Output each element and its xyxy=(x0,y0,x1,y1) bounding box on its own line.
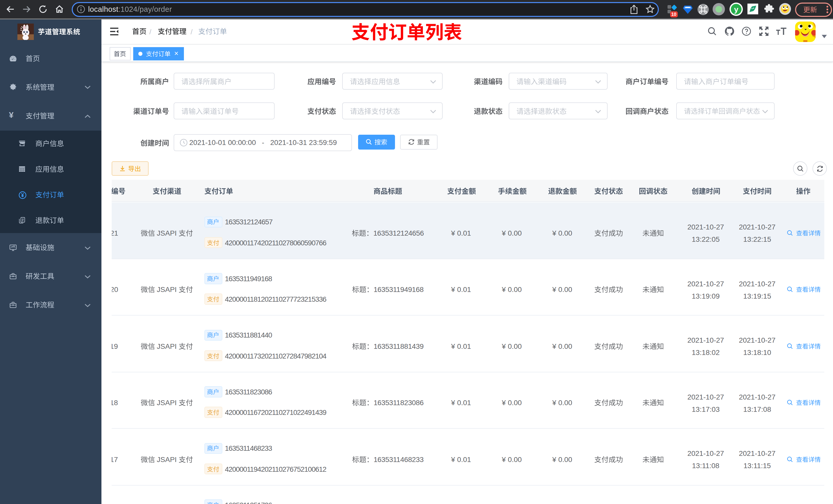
svg-text:y: y xyxy=(734,5,738,14)
